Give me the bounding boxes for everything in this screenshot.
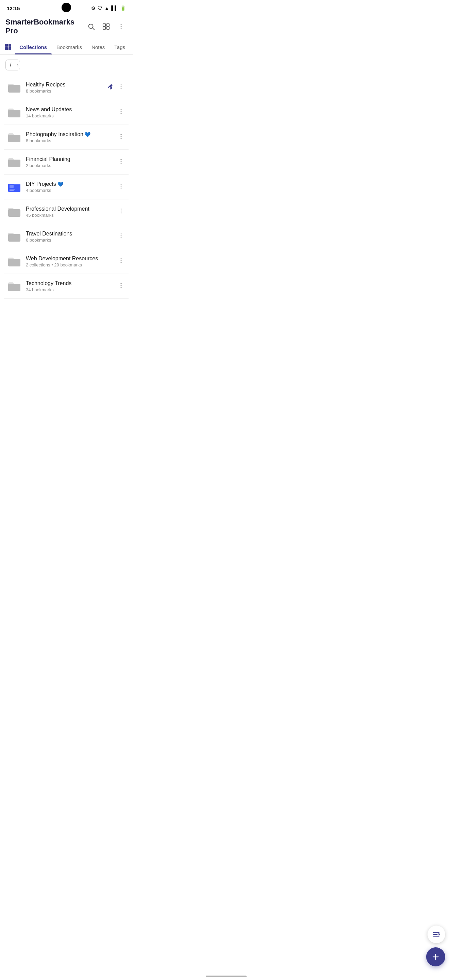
settings-status-icon: ⚙ (91, 5, 95, 11)
breadcrumb-root[interactable]: / (6, 60, 15, 70)
svg-point-28 (121, 208, 122, 209)
svg-point-16 (121, 136, 122, 137)
collection-more-button[interactable] (116, 107, 126, 118)
collection-count: 45 bookmarks (26, 213, 116, 218)
collection-actions (116, 231, 126, 242)
folder-icon (7, 279, 22, 294)
tab-bookmarks[interactable]: Bookmarks (52, 40, 87, 54)
collection-info: Photography Inspiration💙8 bookmarks (26, 131, 116, 143)
svg-point-29 (121, 210, 122, 211)
collection-item[interactable]: Financial Planning2 bookmarks (4, 150, 128, 175)
svg-point-10 (121, 86, 122, 87)
svg-point-25 (121, 183, 122, 185)
svg-point-20 (121, 163, 122, 164)
collection-actions (116, 281, 126, 292)
status-icons: ⚙ 🛡 ▲ ▌▌ 🔋 (91, 5, 126, 11)
tab-collections[interactable]: Collections (14, 40, 52, 54)
display-toggle-button[interactable] (100, 21, 112, 33)
collection-item[interactable]: DIY Projects💙4 bookmarks (4, 175, 128, 199)
status-time: 12:15 (7, 5, 20, 11)
tab-tags[interactable]: Tags (109, 40, 130, 54)
svg-point-33 (121, 237, 122, 238)
tab-notes[interactable]: Notes (87, 40, 109, 54)
search-button[interactable] (85, 21, 97, 33)
collection-item[interactable]: News and Updates14 bookmarks (4, 100, 128, 125)
svg-rect-3 (107, 24, 109, 26)
svg-point-9 (121, 84, 122, 85)
svg-rect-22 (10, 185, 14, 188)
collection-count: 8 bookmarks (26, 138, 116, 143)
collection-actions (116, 206, 126, 218)
collection-more-button[interactable] (116, 256, 126, 267)
folder-icon (7, 154, 22, 169)
breadcrumb-nav[interactable]: / › (5, 60, 20, 70)
collection-info: Financial Planning2 bookmarks (26, 156, 116, 168)
svg-point-38 (121, 285, 122, 286)
svg-point-14 (121, 113, 122, 114)
collection-more-button[interactable] (116, 132, 126, 143)
collection-name: Financial Planning (26, 156, 116, 162)
collection-count: 4 bookmarks (26, 188, 116, 193)
collection-name: DIY Projects💙 (26, 181, 116, 187)
collection-count: 8 bookmarks (26, 89, 107, 94)
collection-item[interactable]: Photography Inspiration💙8 bookmarks (4, 125, 128, 150)
collection-item[interactable]: Travel Destinations6 bookmarks (4, 224, 128, 249)
folder-icon (7, 254, 22, 269)
collection-more-button[interactable] (116, 82, 126, 93)
svg-point-18 (121, 159, 122, 159)
collection-more-button[interactable] (116, 181, 126, 192)
collection-item[interactable]: Professional Development45 bookmarks (4, 199, 128, 224)
collection-list: Healthy Recipes8 bookmarks News and Upda… (0, 75, 133, 299)
collection-item[interactable]: Web Development Resources2 collections •… (4, 249, 128, 274)
svg-point-35 (121, 260, 122, 261)
svg-point-34 (121, 258, 122, 259)
collection-name: News and Updates (26, 107, 116, 113)
collection-actions (116, 132, 126, 143)
battery-icon: 🔋 (120, 5, 126, 11)
collection-name: Professional Development (26, 206, 116, 212)
collection-count: 14 bookmarks (26, 113, 116, 118)
tab-bar: Collections Bookmarks Notes Tags (0, 40, 133, 55)
svg-point-26 (121, 185, 122, 186)
svg-point-39 (121, 287, 122, 288)
folder-icon (7, 179, 22, 194)
svg-point-37 (121, 283, 122, 284)
folder-icon (7, 80, 22, 95)
pin-icon (107, 83, 114, 92)
shield-status-icon: 🛡 (98, 5, 102, 11)
breadcrumb-chevron: › (15, 60, 20, 70)
collection-more-button[interactable] (116, 156, 126, 168)
folder-icon (7, 229, 22, 244)
svg-point-19 (121, 161, 122, 162)
collection-item[interactable]: Technology Trends34 bookmarks (4, 274, 128, 299)
svg-rect-2 (103, 24, 105, 26)
more-options-button[interactable] (115, 21, 127, 33)
collection-actions (107, 82, 126, 93)
folder-icon (7, 130, 22, 145)
svg-line-1 (92, 28, 94, 30)
collection-more-button[interactable] (116, 231, 126, 242)
svg-point-13 (121, 111, 122, 112)
collection-info: Technology Trends34 bookmarks (26, 280, 116, 292)
collection-item[interactable]: Healthy Recipes8 bookmarks (4, 75, 128, 100)
collection-info: News and Updates14 bookmarks (26, 107, 116, 118)
svg-point-6 (121, 24, 122, 25)
collection-count: 34 bookmarks (26, 287, 116, 292)
collection-actions (116, 256, 126, 267)
favorite-icon: 💙 (85, 132, 90, 137)
svg-point-11 (121, 88, 122, 89)
svg-point-8 (121, 28, 122, 29)
collection-count: 6 bookmarks (26, 237, 116, 243)
collection-more-button[interactable] (116, 281, 126, 292)
svg-rect-4 (103, 27, 105, 29)
collection-info: DIY Projects💙4 bookmarks (26, 181, 116, 193)
signal-icon: ▌▌ (111, 5, 118, 11)
folder-icon (7, 105, 22, 120)
grid-view-icon[interactable] (3, 40, 13, 54)
collection-more-button[interactable] (116, 206, 126, 218)
collection-count: 2 collections • 29 bookmarks (26, 262, 116, 267)
header: SmarterBookmarks Pro (0, 15, 133, 40)
collection-info: Web Development Resources2 collections •… (26, 256, 116, 267)
favorite-icon: 💙 (57, 181, 63, 187)
collection-actions (116, 156, 126, 168)
